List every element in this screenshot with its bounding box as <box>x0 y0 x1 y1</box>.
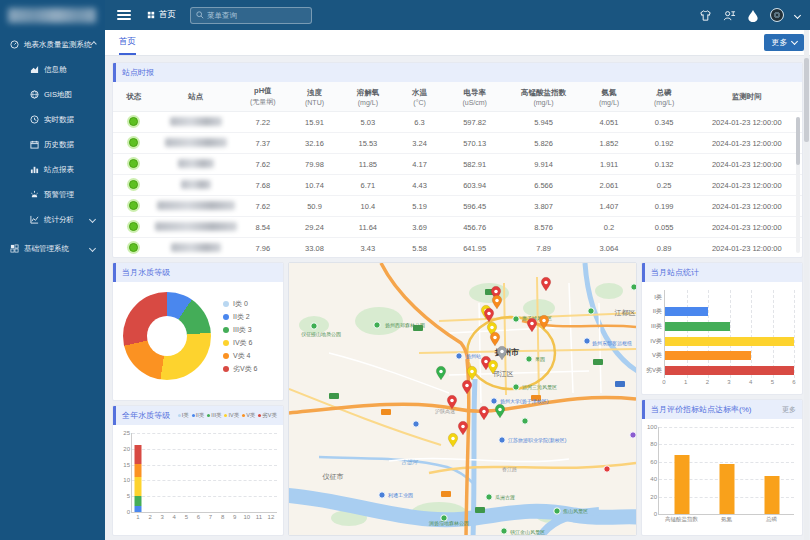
value-cell: 4.17 <box>395 160 443 169</box>
map-poi-icon <box>499 437 505 443</box>
legend-label: IV类 6 <box>233 338 252 348</box>
table-row[interactable]: 7.6250.910.45.19596.453.8071.4070.199202… <box>113 196 802 217</box>
column-header: 状态 <box>113 82 154 111</box>
table-row[interactable]: 8.5429.2411.643.69456.768.5760.20.055202… <box>113 217 802 238</box>
time-cell: 2024-01-23 12:00:00 <box>692 118 802 127</box>
panel-title: 当月站点统计 <box>642 263 802 282</box>
x-tick-label: 0 <box>662 379 665 385</box>
donut-legend: I类 0II类 2III类 3IV类 6V类 4劣V类 6 <box>223 296 258 377</box>
user-menu-chevron-icon[interactable] <box>794 11 801 18</box>
theme-skin-icon[interactable] <box>699 9 712 22</box>
value-cell: 8.576 <box>506 223 582 232</box>
sidebar-item-info-cabin[interactable]: 信息舱 <box>0 57 105 82</box>
legend-item[interactable]: IV类 6 <box>223 338 258 348</box>
stack-segment <box>135 445 142 464</box>
time-cell: 2024-01-23 12:00:00 <box>692 181 802 190</box>
value-cell: 3.43 <box>340 244 395 253</box>
user-switch-icon[interactable] <box>723 9 736 22</box>
tab-home[interactable]: 首页 <box>119 36 136 55</box>
status-cell <box>113 201 154 212</box>
status-cell <box>113 243 154 254</box>
sidebar-group-base-management[interactable]: 基础管理系统 <box>0 236 105 261</box>
column-header: 总磷(mg/L) <box>637 82 692 111</box>
x-tick-label: 6 <box>197 514 200 520</box>
legend-item[interactable]: III类 <box>207 412 221 419</box>
legend-item[interactable]: I类 <box>178 412 189 419</box>
hbar-row: I类 <box>665 290 794 305</box>
station-name-redacted <box>154 180 237 191</box>
map-poi-icon <box>311 323 317 329</box>
sidebar: 地表水质量监测系统 信息舱 GIS地图 实时数据 历史数据 站点报表 预警管理 <box>0 0 105 540</box>
hbar-row: IV类 <box>665 334 794 349</box>
vbar-slot <box>674 455 689 514</box>
map-poi-icon <box>413 421 419 427</box>
vbar-chart: 020406080100高锰酸盐指数氨氮总磷 <box>658 427 794 515</box>
value-cell: 0.055 <box>637 223 692 232</box>
value-cell: 5.826 <box>506 139 582 148</box>
sidebar-item-station-report[interactable]: 站点报表 <box>0 157 105 182</box>
search-input[interactable] <box>207 11 306 20</box>
legend-item[interactable]: 劣V类 6 <box>223 364 258 374</box>
value-cell: 3.064 <box>581 244 636 253</box>
legend-item[interactable]: IV类 <box>224 412 239 419</box>
y-tick-label: 15 <box>123 462 130 468</box>
value-cell: 4.051 <box>581 118 636 127</box>
sidebar-item-history-data[interactable]: 历史数据 <box>0 132 105 157</box>
legend-item[interactable]: II类 <box>192 412 205 419</box>
sidebar-group-surface-water[interactable]: 地表水质量监测系统 <box>0 32 105 57</box>
column-header: 氨氮(mg/L) <box>581 82 636 111</box>
status-online-dot <box>129 138 138 147</box>
legend-item[interactable]: V类 4 <box>223 351 258 361</box>
table-row[interactable]: 7.6810.746.714.43603.946.5662.0610.25202… <box>113 175 802 196</box>
table-row[interactable]: 7.2215.915.036.3597.825.9454.0510.345202… <box>113 112 802 133</box>
x-tick-label: 高锰酸盐指数 <box>665 516 698 523</box>
legend-item[interactable]: V类 <box>242 412 255 419</box>
legend-item[interactable]: I类 0 <box>223 299 258 309</box>
legend-item[interactable]: II类 2 <box>223 312 258 322</box>
hamburger-menu-icon[interactable] <box>117 10 131 20</box>
table-row[interactable]: 7.6279.9811.854.17582.919.9141.9110.1322… <box>113 154 802 175</box>
sidebar-item-gis-map[interactable]: GIS地图 <box>0 82 105 107</box>
map-poi-icon <box>588 308 594 314</box>
month-grade-panel: 当月水质等级 I类 0II类 2III类 3IV类 6V类 4劣V类 6 <box>112 262 284 401</box>
table-row[interactable]: 7.3732.1615.533.24570.135.8261.8520.1922… <box>113 133 802 154</box>
value-cell: 7.62 <box>237 202 289 211</box>
legend-item[interactable]: III类 3 <box>223 325 258 335</box>
value-cell: 5.19 <box>395 202 443 211</box>
user-avatar[interactable] <box>770 8 784 22</box>
sidebar-item-alert-management[interactable]: 预警管理 <box>0 182 105 207</box>
y-tick-label: 0 <box>654 511 657 517</box>
hbar-bar <box>665 337 794 346</box>
stations-map[interactable]: 扬州市邗江区江都区仪征市古运河沪陕高速春江路扬州站扬州西郊森林公园仪征捺山地质公… <box>288 262 637 536</box>
value-cell: 11.64 <box>340 223 395 232</box>
hbar-bar <box>665 307 708 316</box>
x-tick-label: 3 <box>161 514 164 520</box>
table-scrollbar[interactable] <box>796 117 800 253</box>
sidebar-item-statistics[interactable]: 统计分析 <box>0 207 105 232</box>
trend-line-icon <box>30 215 39 224</box>
chevron-down-icon <box>89 245 96 252</box>
hbar-category-label: 劣V类 <box>644 366 662 375</box>
y-tick-label: 40 <box>650 476 657 482</box>
column-header: 浊度(NTU) <box>289 82 341 111</box>
panel-title: 当月水质等级 <box>113 263 283 282</box>
table-row[interactable]: 7.9633.083.435.58641.957.893.0640.892024… <box>113 238 802 258</box>
legend-item[interactable]: 劣V类 <box>258 412 277 419</box>
sidebar-item-realtime-data[interactable]: 实时数据 <box>0 107 105 132</box>
more-link[interactable]: 更多 <box>782 405 796 415</box>
home-nav[interactable]: 首页 <box>147 9 176 21</box>
hbar-category-label: I类 <box>644 293 662 302</box>
more-button[interactable]: 更多 <box>764 34 804 51</box>
column-header: 水温(°C) <box>395 82 443 111</box>
value-cell: 32.16 <box>289 139 341 148</box>
page-scrollbar[interactable] <box>804 30 809 540</box>
value-cell: 0.132 <box>637 160 692 169</box>
x-tick-label: 9 <box>233 514 236 520</box>
legend-dot <box>223 314 229 320</box>
donut-chart <box>123 292 211 380</box>
area-chart-icon <box>30 65 39 74</box>
status-cell <box>113 138 154 149</box>
menu-search[interactable] <box>190 7 312 24</box>
value-cell: 7.68 <box>237 181 289 190</box>
water-drop-icon[interactable] <box>747 9 759 22</box>
